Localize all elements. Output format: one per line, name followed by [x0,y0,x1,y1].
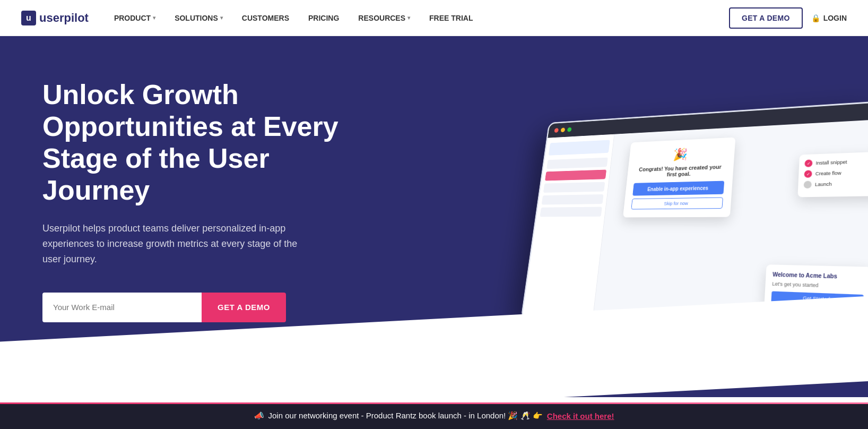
get-demo-hero-button[interactable]: GET A DEMO [202,293,286,322]
sidebar-item-mock-active [545,170,606,181]
nav-links: PRODUCT ▾ SOLUTIONS ▾ CUSTOMERS PRICING … [106,10,729,27]
nav-solutions[interactable]: SOLUTIONS ▾ [166,10,231,27]
lock-icon: 🔒 [811,14,820,22]
nav-resources[interactable]: RESOURCES ▾ [350,10,419,27]
sidebar-item-mock [540,207,602,217]
brand-name: userpilot [39,11,89,25]
modal-card-main: 🎉 Congrats! You have created your first … [623,138,735,218]
hero-section: Unlock Growth Opportunities at Every Sta… [0,36,868,397]
chevron-down-icon: ▾ [220,15,223,21]
checklist-item: ✓ Create flow [804,168,868,178]
navbar: u userpilot PRODUCT ▾ SOLUTIONS ▾ CUSTOM… [0,0,868,36]
modal-btn-blue: Enable in-app experiences [632,181,724,196]
check-text: Install snippet [815,159,847,166]
modal-title: Congrats! You have created your first go… [635,164,726,178]
checklist-item: ✓ Install snippet [804,157,868,167]
checklist-item: Launch [804,179,868,188]
logo-icon: u [21,11,36,25]
sidebar-logo [549,140,610,155]
get-demo-nav-button[interactable]: GET A DEMO [729,7,803,29]
logo[interactable]: u userpilot [21,11,89,25]
check-text: Launch [815,182,832,187]
banner-icon: 📣 [254,411,264,421]
dot-red [554,128,559,133]
check-text: Create flow [815,170,841,176]
email-input[interactable] [42,293,202,322]
hero-title: Unlock Growth Opportunities at Every Sta… [42,79,361,206]
nav-free-trial[interactable]: FREE TRIAL [421,10,481,27]
banner-text: Join our networking event - Product Rant… [268,411,543,421]
dot-yellow [561,127,566,132]
banner-link[interactable]: Check it out here! [547,411,614,421]
confetti-icon: 🎉 [636,145,727,163]
check-icon [804,181,812,188]
tooltip-title: Welcome to Acme Labs [772,271,864,280]
nav-pricing[interactable]: PRICING [300,10,348,27]
sidebar-item-mock [542,194,604,205]
nav-product[interactable]: PRODUCT ▾ [106,10,164,27]
check-icon: ✓ [804,170,812,177]
sidebar-item-mock [543,182,605,193]
nav-right: GET A DEMO 🔒 LOGIN [729,7,847,29]
modal-btn-outline: Skip for now [631,198,723,210]
hero-subtitle: Userpilot helps product teams deliver pe… [42,221,318,267]
nav-customers[interactable]: CUSTOMERS [233,10,298,27]
sidebar-item-mock [546,158,608,169]
check-icon: ✓ [804,159,812,167]
bottom-banner: 📣 Join our networking event - Product Ra… [0,402,868,429]
chevron-down-icon: ▾ [407,15,410,21]
hero-cta: GET A DEMO [42,293,361,322]
tooltip-text: Let's get you started [772,281,864,290]
chevron-down-icon: ▾ [153,15,155,21]
login-link[interactable]: 🔒 LOGIN [811,14,847,22]
dot-green [567,127,572,132]
hero-content: Unlock Growth Opportunities at Every Sta… [42,79,361,322]
checklist-card: ✓ Install snippet ✓ Create flow Launch [797,151,868,198]
